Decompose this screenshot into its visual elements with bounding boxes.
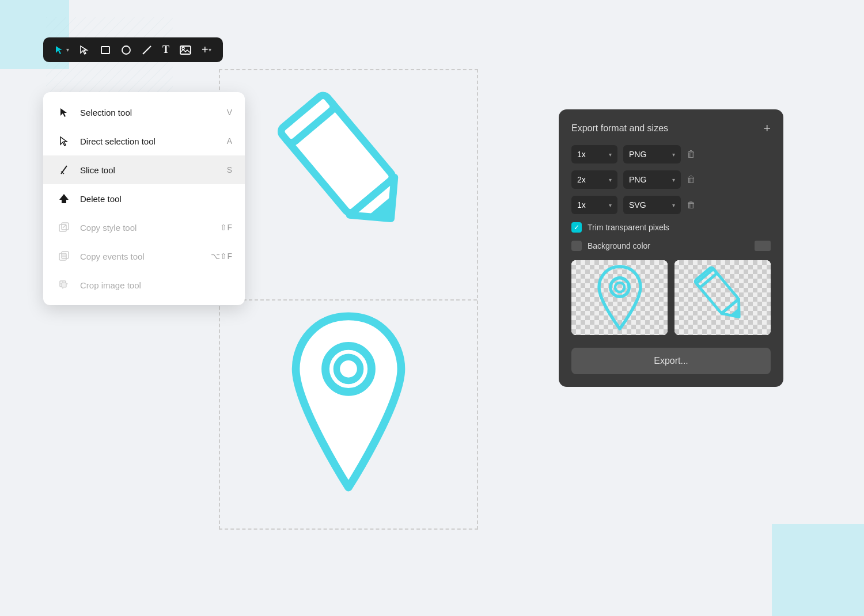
svg-point-32: [610, 278, 628, 296]
export-row-3: 1x ▾ SVG ▾ 🗑: [571, 196, 771, 214]
background-color-swatch[interactable]: [755, 241, 771, 251]
svg-point-5: [122, 46, 130, 54]
delete-row-3-button[interactable]: 🗑: [687, 200, 696, 210]
svg-point-31: [336, 357, 360, 381]
export-format-png-2-value: PNG: [629, 175, 646, 184]
delete-row-1-button[interactable]: 🗑: [687, 149, 696, 159]
scale-1-chevron-icon: ▾: [609, 151, 612, 158]
export-panel-title: Export format and sizes: [571, 123, 668, 134]
direct-selection-tool-label: Direct selection tool: [80, 136, 227, 146]
export-format-png-1-select[interactable]: PNG ▾: [623, 145, 681, 163]
trim-transparent-checkbox[interactable]: ✓: [571, 222, 582, 233]
svg-rect-4: [101, 47, 109, 54]
preview-pin-svg: [576, 264, 662, 332]
pin-icon-canvas: [274, 310, 423, 494]
export-scale-1x-value: 1x: [577, 150, 586, 159]
copy-events-tool-shortcut: ⌥⇧F: [211, 252, 232, 261]
slice-tool-shortcut: S: [227, 165, 232, 174]
export-button[interactable]: Export...: [571, 348, 771, 374]
svg-rect-7: [180, 46, 191, 54]
copy-style-tool-label: Copy style tool: [80, 223, 220, 233]
export-add-button[interactable]: +: [763, 122, 771, 135]
toolbar-image-tool[interactable]: [180, 45, 191, 55]
svg-marker-9: [60, 108, 67, 117]
scale-3-chevron-icon: ▾: [609, 202, 612, 208]
menu-item-copy-style-tool[interactable]: Copy style tool ⇧F: [43, 213, 245, 242]
selection-tool-shortcut: V: [227, 108, 232, 117]
svg-line-6: [143, 46, 151, 54]
svg-marker-2: [56, 46, 62, 54]
delete-tool-icon: [56, 191, 72, 207]
trim-transparent-label: Trim transparent pixels: [588, 223, 669, 232]
toolbar-line-tool[interactable]: [142, 45, 152, 55]
direct-selection-tool-shortcut: A: [227, 136, 232, 146]
format-1-chevron-icon: ▾: [672, 151, 675, 158]
copy-style-tool-icon: [56, 219, 72, 235]
export-scale-1x-2-select[interactable]: 1x ▾: [571, 196, 617, 214]
direct-selection-tool-icon: [56, 133, 72, 149]
svg-point-33: [615, 283, 624, 292]
delete-tool-label: Delete tool: [80, 194, 232, 204]
toolbar-text-tool[interactable]: T: [162, 44, 169, 56]
slice-tool-icon: [56, 162, 72, 178]
menu-item-slice-tool[interactable]: Slice tool S: [43, 155, 245, 184]
selection-tool-label: Selection tool: [80, 108, 227, 117]
toolbar-add-tool[interactable]: + ▾: [202, 43, 211, 56]
crop-image-tool-label: Crop image tool: [80, 280, 232, 290]
toolbar-direct-selection-tool[interactable]: [79, 45, 90, 55]
svg-marker-10: [60, 137, 67, 146]
export-scale-1x-select[interactable]: 1x ▾: [571, 145, 617, 163]
format-2-chevron-icon: ▾: [672, 177, 675, 183]
pencil-icon-canvas: [268, 88, 429, 249]
menu-item-copy-events-tool[interactable]: Copy events tool ⌥⇧F: [43, 242, 245, 271]
svg-marker-38: [729, 307, 744, 321]
menu-item-direct-selection-tool[interactable]: Direct selection tool A: [43, 127, 245, 155]
trim-transparent-row: ✓ Trim transparent pixels: [571, 222, 771, 233]
toolbar-selection-tool[interactable]: ▾: [55, 45, 69, 55]
export-format-png-2-select[interactable]: PNG ▾: [623, 170, 681, 189]
background-color-checkbox[interactable]: [571, 241, 582, 251]
selection-tool-icon: [56, 104, 72, 120]
tools-dropdown-menu: Selection tool V Direct selection tool A…: [43, 92, 245, 305]
menu-item-crop-image-tool[interactable]: Crop image tool: [43, 271, 245, 299]
preview-thumb-pencil: [674, 260, 771, 335]
canvas-divider: [220, 299, 477, 301]
export-header: Export format and sizes +: [571, 122, 771, 135]
preview-thumbnails-row: [571, 260, 771, 335]
toolbar: ▾ T + ▾: [43, 37, 223, 62]
export-format-svg-select[interactable]: SVG ▾: [623, 196, 681, 214]
slice-tool-label: Slice tool: [80, 165, 227, 175]
svg-line-16: [63, 225, 66, 228]
toolbar-rectangle-tool[interactable]: [100, 45, 111, 55]
export-row-2: 2x ▾ PNG ▾ 🗑: [571, 170, 771, 189]
toolbar-ellipse-tool[interactable]: [121, 45, 131, 55]
svg-rect-24: [62, 283, 66, 287]
export-format-svg-value: SVG: [629, 200, 646, 210]
menu-item-selection-tool[interactable]: Selection tool V: [43, 98, 245, 127]
export-scale-2x-value: 2x: [577, 175, 586, 184]
background-color-row: Background color: [571, 241, 771, 251]
canvas-area: [219, 69, 478, 530]
svg-marker-3: [81, 46, 87, 54]
export-format-png-1-value: PNG: [629, 150, 646, 159]
export-row-1: 1x ▾ PNG ▾ 🗑: [571, 145, 771, 163]
menu-item-delete-tool[interactable]: Delete tool: [43, 184, 245, 213]
preview-pencil-svg: [679, 264, 766, 332]
copy-events-tool-icon: [56, 248, 72, 264]
export-scale-2x-select[interactable]: 2x ▾: [571, 170, 617, 189]
bg-corner-bottom-right: [772, 524, 864, 616]
export-panel: Export format and sizes + 1x ▾ PNG ▾ 🗑 2…: [559, 109, 783, 387]
format-3-chevron-icon: ▾: [672, 202, 675, 208]
scale-2-chevron-icon: ▾: [609, 177, 612, 183]
copy-style-tool-shortcut: ⇧F: [220, 223, 232, 232]
preview-thumb-pin: [571, 260, 668, 335]
delete-row-2-button[interactable]: 🗑: [687, 174, 696, 185]
background-color-label: Background color: [588, 241, 650, 250]
crop-image-tool-icon: [56, 277, 72, 293]
copy-events-tool-label: Copy events tool: [80, 252, 211, 261]
svg-marker-13: [59, 194, 69, 203]
export-scale-1x-2-value: 1x: [577, 200, 586, 210]
